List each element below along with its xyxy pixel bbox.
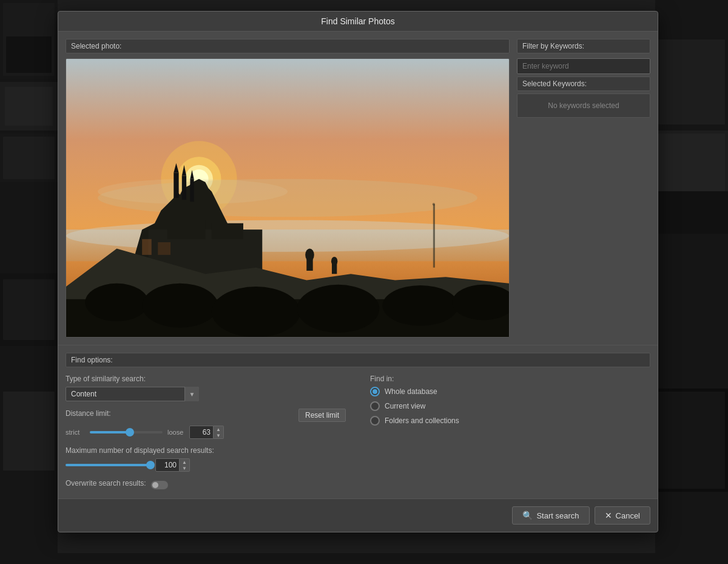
distance-spin-down[interactable]: ▼	[214, 432, 223, 438]
svg-point-49	[382, 285, 458, 326]
distance-slider-track	[90, 431, 163, 433]
distance-spin-buttons: ▲ ▼	[214, 426, 224, 439]
keywords-panel: Filter by Keywords: Selected Keywords: N…	[517, 39, 650, 338]
svg-point-43	[433, 203, 435, 205]
svg-point-46	[142, 284, 218, 328]
distance-spin-up[interactable]: ▲	[214, 426, 223, 432]
distance-header: Distance limit: Reset limit	[66, 409, 346, 422]
radio-current-view-outer	[370, 401, 380, 411]
max-results-value-input[interactable]: 100	[155, 458, 180, 472]
find-in-radio-group: Whole database Current view Folders and …	[370, 387, 650, 426]
dialog-title-text: Find Similar Photos	[321, 16, 394, 26]
svg-rect-52	[158, 242, 170, 255]
dialog-title: Find Similar Photos	[58, 12, 658, 32]
reset-limit-button[interactable]: Reset limit	[298, 409, 346, 422]
search-icon: 🔍	[522, 511, 533, 520]
find-in-label: Find in:	[370, 375, 650, 383]
distance-limit-label: Distance limit:	[66, 409, 111, 418]
max-results-slider-thumb[interactable]	[146, 461, 155, 469]
search-type-label: Type of similarity search:	[66, 375, 346, 383]
find-options-label: Find options:	[66, 353, 650, 367]
right-options: Find in: Whole database Current view	[370, 375, 650, 426]
start-search-button[interactable]: 🔍 Start search	[512, 506, 589, 525]
overwrite-toggle-knob	[152, 482, 158, 488]
svg-point-45	[85, 284, 148, 322]
cancel-icon: ✕	[605, 511, 612, 520]
selected-keywords-label: Selected Keywords:	[517, 76, 650, 91]
search-type-select[interactable]: Content Color Structure	[66, 387, 199, 401]
keyword-input[interactable]	[517, 58, 650, 74]
radio-whole-database-inner	[372, 389, 377, 394]
max-results-slider-fill	[66, 464, 150, 466]
radio-whole-database-outer	[370, 387, 380, 396]
svg-rect-51	[142, 239, 152, 255]
distance-row: strict loose 63 ▲	[66, 426, 346, 439]
distance-slider-thumb[interactable]	[126, 428, 134, 437]
svg-point-26	[66, 220, 509, 252]
cancel-label: Cancel	[616, 511, 640, 520]
dialog-body: Selected photo:	[58, 32, 658, 532]
max-results-label: Maximum number of displayed search resul…	[66, 446, 346, 455]
svg-rect-35	[167, 220, 206, 239]
svg-point-41	[331, 257, 337, 266]
max-results-group: Maximum number of displayed search resul…	[66, 446, 346, 472]
distance-value-input[interactable]: 63	[189, 426, 214, 439]
left-options: Type of similarity search: Content Color…	[66, 375, 346, 491]
max-results-spin-down[interactable]: ▼	[180, 465, 189, 471]
strict-label: strict	[66, 429, 85, 436]
cancel-button[interactable]: ✕ Cancel	[595, 506, 650, 525]
max-results-row: 100 ▲ ▼	[66, 458, 346, 472]
radio-folders-collections-outer	[370, 416, 380, 426]
find-options-section: Find options: Type of similarity search:…	[58, 345, 658, 498]
no-keywords-text: No keywords selected	[548, 101, 619, 110]
distance-slider-fill	[90, 431, 130, 433]
max-results-spin-buttons: ▲ ▼	[180, 458, 190, 472]
distance-slider-container	[90, 431, 163, 433]
svg-point-39	[305, 248, 314, 261]
radio-whole-database-label: Whole database	[385, 387, 437, 396]
radio-current-view-label: Current view	[385, 402, 425, 410]
svg-rect-42	[433, 204, 435, 267]
photo-panel: Selected photo:	[66, 39, 510, 338]
selected-photo-label: Selected photo:	[66, 39, 510, 53]
overwrite-row: Overwrite search results:	[66, 479, 346, 491]
photo-container	[66, 58, 510, 338]
radio-current-view[interactable]: Current view	[370, 401, 650, 411]
radio-folders-collections-label: Folders and collections	[385, 416, 459, 425]
svg-rect-36	[212, 223, 243, 239]
top-section: Selected photo:	[58, 32, 658, 345]
photo-image	[66, 59, 509, 337]
radio-folders-collections[interactable]: Folders and collections	[370, 416, 650, 426]
svg-rect-32	[190, 179, 194, 202]
max-results-value-wrapper: 100 ▲ ▼	[155, 458, 190, 472]
distance-limit-group: Distance limit: Reset limit strict	[66, 409, 346, 439]
radio-whole-database[interactable]: Whole database	[370, 387, 650, 396]
distance-value-wrapper: 63 ▲ ▼	[189, 426, 224, 439]
overwrite-label: Overwrite search results:	[66, 479, 146, 488]
svg-point-48	[297, 285, 380, 333]
max-results-slider-container	[66, 464, 150, 466]
max-results-slider-track	[66, 464, 150, 466]
svg-rect-28	[174, 172, 178, 198]
find-similar-dialog: Find Similar Photos Selected photo:	[58, 11, 658, 532]
keywords-list: No keywords selected	[517, 93, 650, 118]
svg-rect-30	[182, 176, 186, 200]
overwrite-toggle[interactable]	[151, 481, 168, 489]
search-type-group: Type of similarity search: Content Color…	[66, 375, 346, 401]
max-results-spin-up[interactable]: ▲	[180, 459, 189, 465]
start-search-label: Start search	[536, 511, 579, 520]
search-type-select-wrapper: Content Color Structure ▼	[66, 387, 199, 401]
options-row: Type of similarity search: Content Color…	[66, 375, 650, 491]
loose-label: loose	[167, 429, 184, 436]
svg-point-47	[212, 287, 300, 337]
dialog-footer: 🔍 Start search ✕ Cancel	[58, 498, 658, 532]
keywords-header: Filter by Keywords:	[517, 39, 650, 53]
